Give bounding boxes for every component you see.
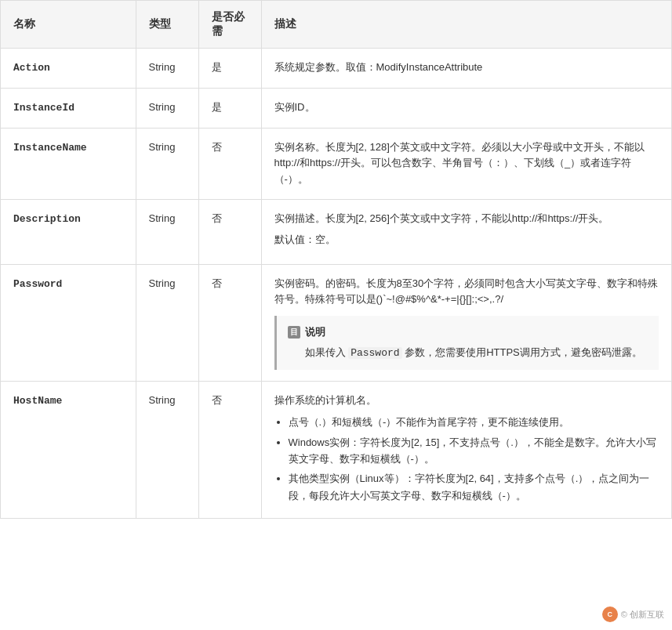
bullet-item: 其他类型实例（Linux等）：字符长度为[2, 64]，支持多个点号（.），点之… xyxy=(289,470,659,504)
note-title: 目说明 xyxy=(288,324,648,341)
param-description-cell: 系统规定参数。取值：ModifyInstanceAttribute xyxy=(261,49,671,89)
table-row: InstanceIdString是实例ID。 xyxy=(1,88,671,128)
param-required-cell: 否 xyxy=(198,382,261,518)
note-content: 如果传入 Password 参数，您需要使用HTTPS调用方式，避免密码泄露。 xyxy=(288,344,648,362)
param-required-cell: 否 xyxy=(198,128,261,199)
inline-code: Password xyxy=(348,347,401,359)
note-icon: 目 xyxy=(288,326,300,339)
description-main: 实例密码。的密码。长度为8至30个字符，必须同时包含大小写英文字母、数字和特殊符… xyxy=(274,276,659,309)
header-required: 是否必需 xyxy=(198,1,261,49)
param-type-cell: String xyxy=(136,264,198,382)
header-type: 类型 xyxy=(136,1,198,49)
param-required-cell: 是 xyxy=(198,49,261,89)
param-required-cell: 是 xyxy=(198,88,261,128)
param-type-cell: String xyxy=(136,382,198,518)
param-description-cell: 实例描述。长度为[2, 256]个英文或中文字符，不能以http://和http… xyxy=(261,199,671,264)
param-name: InstanceName xyxy=(13,142,87,154)
bullet-item: 点号（.）和短横线（-）不能作为首尾字符，更不能连续使用。 xyxy=(289,414,659,430)
param-name-cell: HostName xyxy=(1,382,136,518)
param-type-cell: String xyxy=(136,128,198,199)
description-line: 默认值：空。 xyxy=(274,232,659,248)
param-name-cell: InstanceId xyxy=(1,88,136,128)
param-name-cell: Action xyxy=(1,49,136,89)
description-intro: 操作系统的计算机名。 xyxy=(274,393,659,409)
description-text: 系统规定参数。取值：ModifyInstanceAttribute xyxy=(274,60,659,76)
api-params-table: 名称 类型 是否必需 描述 ActionString是系统规定参数。取值：Mod… xyxy=(0,0,672,519)
param-description-cell: 实例密码。的密码。长度为8至30个字符，必须同时包含大小写英文字母、数字和特殊符… xyxy=(261,264,671,382)
description-line: 实例描述。长度为[2, 256]个英文或中文字符，不能以http://和http… xyxy=(274,211,659,227)
param-name: Action xyxy=(13,62,50,74)
param-required-cell: 否 xyxy=(198,264,261,382)
note-box: 目说明如果传入 Password 参数，您需要使用HTTPS调用方式，避免密码泄… xyxy=(274,316,659,370)
bullet-item: Windows实例：字符长度为[2, 15]，不支持点号（.），不能全是数字。允… xyxy=(289,434,659,468)
table-row: DescriptionString否实例描述。长度为[2, 256]个英文或中文… xyxy=(1,199,671,264)
param-name: Password xyxy=(13,278,62,290)
table-header-row: 名称 类型 是否必需 描述 xyxy=(1,1,671,49)
param-required-cell: 否 xyxy=(198,199,261,264)
param-description-cell: 实例名称。长度为[2, 128]个英文或中文字符。必须以大小字母或中文开头，不能… xyxy=(261,128,671,199)
table-row: InstanceNameString否实例名称。长度为[2, 128]个英文或中… xyxy=(1,128,671,199)
table-row: ActionString是系统规定参数。取值：ModifyInstanceAtt… xyxy=(1,49,671,89)
table-row: HostNameString否操作系统的计算机名。点号（.）和短横线（-）不能作… xyxy=(1,382,671,518)
param-name-cell: InstanceName xyxy=(1,128,136,199)
bullet-list: 点号（.）和短横线（-）不能作为首尾字符，更不能连续使用。Windows实例：字… xyxy=(274,414,659,504)
param-type-cell: String xyxy=(136,88,198,128)
param-type-cell: String xyxy=(136,49,198,89)
header-name: 名称 xyxy=(1,1,136,49)
header-description: 描述 xyxy=(261,1,671,49)
note-title-text: 说明 xyxy=(305,324,325,341)
table-row: PasswordString否实例密码。的密码。长度为8至30个字符，必须同时包… xyxy=(1,264,671,382)
description-text: 实例名称。长度为[2, 128]个英文或中文字符。必须以大小字母或中文开头，不能… xyxy=(274,139,659,188)
param-name: Description xyxy=(13,213,81,225)
param-description-cell: 实例ID。 xyxy=(261,88,671,128)
param-description-cell: 操作系统的计算机名。点号（.）和短横线（-）不能作为首尾字符，更不能连续使用。W… xyxy=(261,382,671,518)
description-text: 实例ID。 xyxy=(274,100,659,116)
param-name: HostName xyxy=(13,395,62,407)
param-type-cell: String xyxy=(136,199,198,264)
param-name-cell: Description xyxy=(1,199,136,264)
param-name: InstanceId xyxy=(13,102,74,114)
param-name-cell: Password xyxy=(1,264,136,382)
